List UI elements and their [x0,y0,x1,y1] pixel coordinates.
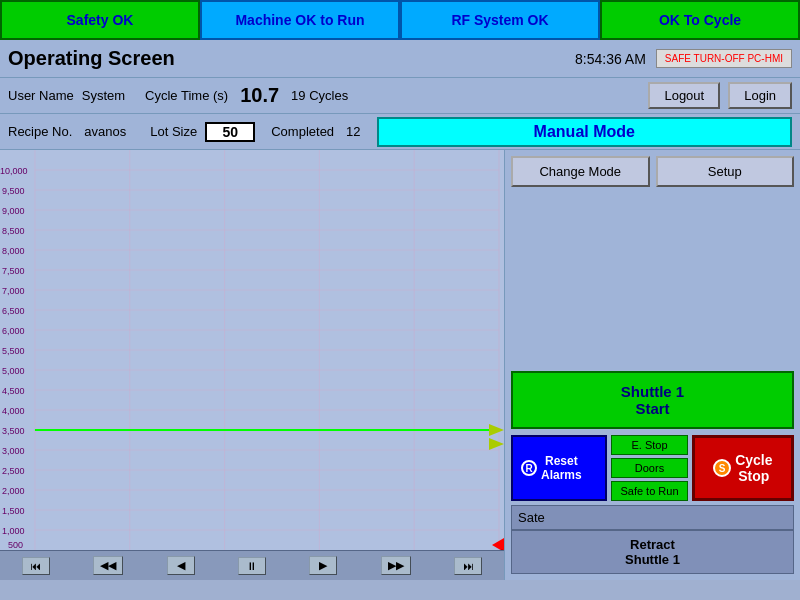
completed-label: Completed [271,124,334,139]
rf-system-ok-status[interactable]: RF System OK [400,0,600,40]
safe-turnoff-button[interactable]: SAFE TURN-OFF PC-HMI [656,49,792,68]
svg-text:4,000: 4,000 [2,406,24,416]
svg-text:10,000: 10,000 [0,166,27,176]
svg-text:3,000: 3,000 [2,446,24,456]
cycle-stop-button[interactable]: S CycleStop [692,435,794,501]
svg-text:9,000: 9,000 [2,206,24,216]
svg-marker-46 [489,424,504,436]
svg-text:2,000: 2,000 [2,486,24,496]
top-status-bar: Safety OK Machine OK to Run RF System OK… [0,0,800,40]
cycles-label: 19 Cycles [291,88,348,103]
recipe-no-label: Recipe No. [8,124,72,139]
right-panel: Change Mode Setup Shuttle 1 Start R Rese… [505,150,800,580]
svg-text:7,500: 7,500 [2,266,24,276]
sate-area: Sate [511,505,794,530]
reset-alarms-label: ResetAlarms [541,454,582,482]
chart-container: 10,000 9,500 9,000 8,500 8,000 7,500 7,0… [0,150,504,550]
manual-mode-button[interactable]: Manual Mode [377,117,792,147]
shuttle-start-button[interactable]: Shuttle 1 Start [511,371,794,429]
cycle-time-label: Cycle Time (s) [145,88,228,103]
page-title: Operating Screen [8,47,575,70]
svg-text:1,500: 1,500 [2,506,24,516]
ok-to-cycle-status[interactable]: OK To Cycle [600,0,800,40]
retract-shuttle-button[interactable]: Retract Shuttle 1 [511,530,794,574]
machine-ok-status[interactable]: Machine OK to Run [200,0,400,40]
info-row: User Name System Cycle Time (s) 10.7 19 … [0,78,800,114]
safe-to-run-button[interactable]: Safe to Run [611,481,687,501]
recipe-row: Recipe No. avanos Lot Size Completed 12 … [0,114,800,150]
bottom-buttons-row: R ResetAlarms E. Stop Doors Safe to Run … [511,435,794,501]
playback-play-button[interactable]: ▶ [309,556,337,575]
change-mode-button[interactable]: Change Mode [511,156,650,187]
svg-text:500: 500 [8,540,23,550]
playback-ff-button[interactable]: ▶▶ [381,556,411,575]
time-display: 8:54:36 AM [575,51,646,67]
completed-value: 12 [346,124,360,139]
cycle-stop-label: CycleStop [735,452,772,484]
sate-label: Sate [518,510,545,525]
cycle-stop-icon: S [713,459,731,477]
chart-area: 10,000 9,500 9,000 8,500 8,000 7,500 7,0… [0,150,505,580]
username-value: System [82,88,125,103]
login-button[interactable]: Login [728,82,792,109]
shuttle-start-line1: Shuttle 1 [519,383,786,400]
playback-pause-button[interactable]: ⏸ [238,557,266,575]
svg-text:8,500: 8,500 [2,226,24,236]
svg-text:1,000: 1,000 [2,526,24,536]
svg-text:7,000: 7,000 [2,286,24,296]
retract-shuttle-line2: Shuttle 1 [625,552,680,567]
playback-rewind-fast-button[interactable]: ◀◀ [93,556,123,575]
estop-button[interactable]: E. Stop [611,435,687,455]
recipe-no-value: avanos [84,124,126,139]
change-mode-setup-row: Change Mode Setup [511,156,794,187]
safety-ok-status[interactable]: Safety OK [0,0,200,40]
lot-size-label: Lot Size [150,124,197,139]
logout-button[interactable]: Logout [648,82,720,109]
retract-shuttle-line1: Retract [630,537,675,552]
doors-button[interactable]: Doors [611,458,687,478]
svg-text:3,500: 3,500 [2,426,24,436]
svg-text:6,500: 6,500 [2,306,24,316]
svg-text:6,000: 6,000 [2,326,24,336]
estop-doors-safe-column: E. Stop Doors Safe to Run [611,435,687,501]
lot-size-input[interactable] [205,122,255,142]
chart-svg: 10,000 9,500 9,000 8,500 8,000 7,500 7,0… [0,150,504,550]
svg-text:4,500: 4,500 [2,386,24,396]
playback-bar: ⏮ ◀◀ ◀ ⏸ ▶ ▶▶ ⏭ [0,550,504,580]
cycle-time-value: 10.7 [240,84,279,107]
playback-last-button[interactable]: ⏭ [454,557,482,575]
setup-button[interactable]: Setup [656,156,795,187]
playback-first-button[interactable]: ⏮ [22,557,50,575]
username-label: User Name [8,88,74,103]
playback-rewind-button[interactable]: ◀ [167,556,195,575]
svg-text:9,500: 9,500 [2,186,24,196]
svg-text:5,500: 5,500 [2,346,24,356]
reset-alarms-button[interactable]: R ResetAlarms [511,435,607,501]
header-row: Operating Screen 8:54:36 AM SAFE TURN-OF… [0,40,800,78]
reset-icon: R [521,460,537,476]
svg-text:5,000: 5,000 [2,366,24,376]
main-area: 10,000 9,500 9,000 8,500 8,000 7,500 7,0… [0,150,800,580]
svg-text:8,000: 8,000 [2,246,24,256]
svg-text:2,500: 2,500 [2,466,24,476]
shuttle-start-line2: Start [519,400,786,417]
svg-marker-47 [489,438,504,450]
